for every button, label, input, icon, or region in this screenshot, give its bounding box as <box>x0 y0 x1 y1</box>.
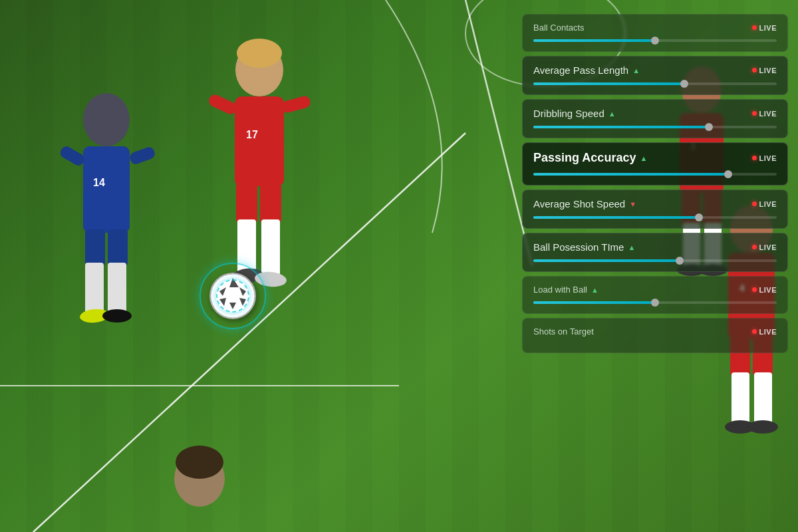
player-red-center: 17 <box>190 20 329 392</box>
live-badge-avg-pass-length: LIVE <box>752 66 777 74</box>
progress-fill <box>533 126 709 128</box>
progress-marker <box>651 37 659 45</box>
svg-marker-31 <box>219 298 226 306</box>
progress-fill <box>533 216 699 219</box>
metric-title-dribbling-speed: Dribbling Speed ▲ <box>533 108 616 119</box>
player-blue: 14 <box>33 66 180 412</box>
metric-card-ball-possession: Ball Posession TIme ▲ LIVE <box>522 233 788 272</box>
svg-point-27 <box>211 274 255 318</box>
metric-title-load-with-ball: Load with Ball ▲ <box>533 285 598 295</box>
live-dot <box>752 201 757 206</box>
metric-title-ball-possession: Ball Posession TIme ▲ <box>533 241 635 253</box>
live-dot <box>752 68 757 72</box>
trend-up-icon: ▲ <box>628 243 635 251</box>
trend-up-icon: ▲ <box>608 110 616 118</box>
progress-bar-load-with-ball <box>533 301 777 304</box>
progress-marker <box>724 170 732 178</box>
live-badge-ball-contacts: LIVE <box>752 24 777 32</box>
svg-rect-20 <box>236 183 257 223</box>
svg-marker-33 <box>229 303 236 309</box>
metric-card-dribbling-speed: Dribbling Speed ▲ LIVE <box>522 99 788 138</box>
svg-rect-9 <box>108 229 128 266</box>
metric-title-ball-contacts: Ball Contacts <box>533 23 585 33</box>
svg-point-3 <box>83 93 130 146</box>
svg-text:17: 17 <box>246 129 258 140</box>
metric-title-passing-accuracy: Passing Accuracy ▲ <box>533 151 647 165</box>
progress-bar-dribbling-speed <box>533 126 777 128</box>
svg-rect-17 <box>235 96 284 186</box>
svg-rect-5 <box>83 146 130 233</box>
live-dot <box>752 329 757 334</box>
svg-rect-18 <box>207 93 238 116</box>
metric-card-passing-accuracy: Passing Accuracy ▲ LIVE <box>522 142 788 186</box>
soccer-ball <box>209 273 256 319</box>
svg-point-13 <box>102 309 132 323</box>
metric-card-avg-shot-speed: Average Shot Speed ▼ LIVE <box>522 190 788 229</box>
trend-up-icon: ▲ <box>640 154 647 162</box>
progress-marker <box>705 123 713 131</box>
progress-bar-avg-shot-speed <box>533 216 777 219</box>
svg-rect-8 <box>85 229 105 266</box>
progress-fill <box>533 39 655 42</box>
svg-rect-11 <box>108 263 126 316</box>
progress-fill <box>533 301 655 304</box>
metric-title-avg-pass-length: Average Pass Length ▲ <box>533 65 640 76</box>
live-dot <box>752 245 757 249</box>
progress-bar-ball-possession <box>533 259 777 262</box>
live-badge-dribbling-speed: LIVE <box>752 110 777 118</box>
live-dot <box>752 25 757 30</box>
live-dot <box>752 156 757 160</box>
player-bottom <box>133 399 266 532</box>
metric-title-shots-on-target: Shots on Target <box>533 327 594 336</box>
live-badge-avg-shot-speed: LIVE <box>752 200 777 208</box>
progress-fill <box>533 82 684 85</box>
progress-fill <box>533 173 728 176</box>
live-badge-passing-accuracy: LIVE <box>752 154 777 162</box>
live-badge-load-with-ball: LIVE <box>752 286 777 294</box>
live-dot <box>752 111 757 116</box>
trend-down-icon: ▼ <box>629 200 636 208</box>
metrics-panel: Ball Contacts LIVE Average Pass Length ▲… <box>512 0 798 532</box>
svg-marker-28 <box>229 278 239 287</box>
trend-up-icon: ▲ <box>632 66 640 74</box>
progress-marker <box>695 213 703 221</box>
progress-marker <box>676 257 684 265</box>
progress-bar-ball-contacts <box>533 39 777 42</box>
metric-card-shots-on-target: Shots on Target LIVE <box>522 318 788 353</box>
svg-rect-7 <box>128 146 156 166</box>
progress-fill <box>533 259 680 262</box>
metric-card-ball-contacts: Ball Contacts LIVE <box>522 14 788 52</box>
progress-marker <box>651 299 659 307</box>
svg-marker-29 <box>239 287 246 296</box>
svg-rect-6 <box>59 144 86 168</box>
live-dot <box>752 287 757 292</box>
svg-rect-21 <box>260 183 281 223</box>
svg-rect-10 <box>85 263 104 316</box>
progress-bar-avg-pass-length <box>533 82 777 85</box>
metric-title-avg-shot-speed: Average Shot Speed ▼ <box>533 198 636 209</box>
live-badge-ball-possession: LIVE <box>752 243 777 251</box>
svg-rect-23 <box>261 219 280 276</box>
svg-point-16 <box>237 39 282 68</box>
progress-marker <box>680 80 688 88</box>
svg-point-53 <box>176 446 223 479</box>
metric-card-avg-pass-length: Average Pass Length ▲ LIVE <box>522 56 788 95</box>
live-badge-shots-on-target: LIVE <box>752 328 777 336</box>
svg-rect-19 <box>280 95 311 114</box>
svg-marker-30 <box>239 298 246 306</box>
trend-up-icon: ▲ <box>591 286 598 294</box>
metric-card-load-with-ball: Load with Ball ▲ LIVE <box>522 276 788 314</box>
progress-bar-passing-accuracy <box>533 173 777 176</box>
svg-marker-32 <box>219 287 226 296</box>
svg-text:14: 14 <box>93 177 105 188</box>
